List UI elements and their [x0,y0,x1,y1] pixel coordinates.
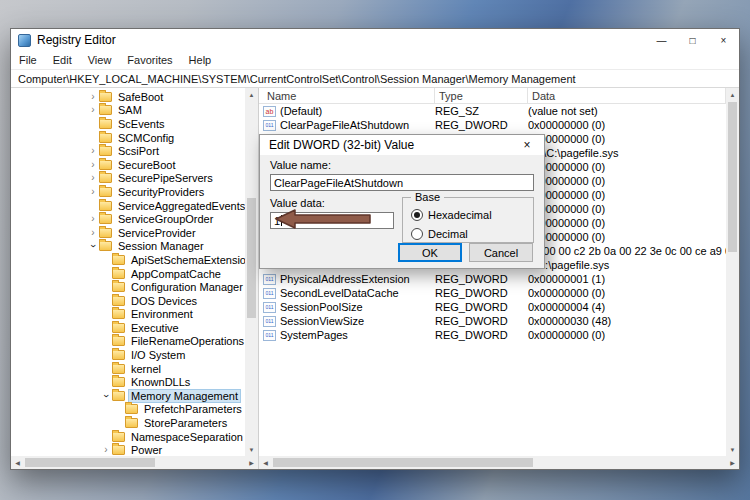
cancel-button[interactable]: Cancel [469,243,533,262]
scroll-down-icon[interactable]: ▼ [726,443,739,456]
tree-item-sam[interactable]: ›SAM [11,104,245,118]
tree-item-serviceaggregatedevents[interactable]: ServiceAggregatedEvents [11,199,245,213]
folder-icon [112,296,125,306]
tree-item-memory-management[interactable]: ›Memory Management [11,389,245,403]
tree-item-label: StoreParameters [142,417,229,429]
text-caret-icon [281,215,282,226]
close-button[interactable]: × [708,29,739,51]
ok-button[interactable]: OK [398,243,462,262]
tree-item-executive[interactable]: Executive [11,321,245,335]
value-row-systempages[interactable]: 011SystemPagesREG_DWORD0x00000000 (0) [259,328,726,342]
tree-item-securepipeservers[interactable]: ›SecurePipeServers [11,172,245,186]
chevron-right-icon[interactable]: › [87,187,99,197]
chevron-right-icon[interactable]: › [87,173,99,183]
column-header-data[interactable]: Data [528,88,726,103]
menu-edit[interactable]: Edit [45,54,80,66]
chevron-right-icon[interactable]: › [100,445,112,455]
tree-item-filerenameoperations[interactable]: FileRenameOperations [11,335,245,349]
menu-favorites[interactable]: Favorites [119,54,180,66]
tree-horizontal-scrollbar[interactable]: ◀ ▶ [11,456,258,469]
scroll-right-icon[interactable]: ▶ [726,456,739,469]
chevron-right-icon[interactable]: › [87,160,99,170]
tree-item-prefetchparameters[interactable]: PrefetchParameters [11,403,245,417]
value-name-input[interactable]: ClearPageFileAtShutdown [270,174,534,191]
tree-item-appcompatcache[interactable]: AppCompatCache [11,267,245,281]
address-bar[interactable]: Computer\HKEY_LOCAL_MACHINE\SYSTEM\Curre… [11,69,739,88]
list-vscroll-thumb[interactable] [728,102,737,252]
value-row-sessionpoolsize[interactable]: 011SessionPoolSizeREG_DWORD0x00000004 (4… [259,300,726,314]
value-row-sessionviewsize[interactable]: 011SessionViewSizeREG_DWORD0x00000030 (4… [259,314,726,328]
tree-vscroll-thumb[interactable] [247,198,256,318]
tree-item-scmconfig[interactable]: SCMConfig [11,131,245,145]
tree-item-safeboot[interactable]: ›SafeBoot [11,90,245,104]
value-row--default-[interactable]: ab(Default)REG_SZ(value not set) [259,104,726,118]
decimal-radio[interactable]: Decimal [411,227,525,241]
minimize-button[interactable]: — [646,29,677,51]
value-name-text: PhysicalAddressExtension [280,273,410,285]
tree-item-label: NamespaceSeparation [129,431,245,443]
tree-item-label: ScEvents [116,118,166,130]
tree-item-serviceprovider[interactable]: ›ServiceProvider [11,226,245,240]
menu-view[interactable]: View [80,54,120,66]
tree-item-label: ServiceAggregatedEvents [116,200,245,212]
tree-item-storeparameters[interactable]: StoreParameters [11,416,245,430]
tree-item-session-manager[interactable]: ›Session Manager [11,240,245,254]
tree-item-configuration-manager[interactable]: Configuration Manager [11,280,245,294]
value-row-physicaladdressextension[interactable]: 011PhysicalAddressExtensionREG_DWORD0x00… [259,272,726,286]
list-horizontal-scrollbar[interactable]: ◀ ▶ [259,456,739,469]
tree-panel: ›SafeBoot›SAMScEventsSCMConfig›ScsiPort›… [11,88,259,469]
value-row-clearpagefileatshutdown[interactable]: 011ClearPageFileAtShutdownREG_DWORD0x000… [259,118,726,132]
maximize-button[interactable]: □ [677,29,708,51]
tree-item-label: SecureBoot [116,159,177,171]
value-data-input[interactable]: 1 [270,212,394,229]
list-hscroll-thumb[interactable] [273,458,533,467]
scroll-left-icon[interactable]: ◀ [11,456,24,469]
tree-item-label: kernel [129,363,163,375]
tree-item-environment[interactable]: Environment [11,308,245,322]
value-row-secondleveldatacache[interactable]: 011SecondLevelDataCacheREG_DWORD0x000000… [259,286,726,300]
tree-item-kernel[interactable]: kernel [11,362,245,376]
tree-item-i-o-system[interactable]: I/O System [11,348,245,362]
close-icon: × [721,35,727,46]
tree-item-apisetschemaextensions[interactable]: ApiSetSchemaExtensions [11,253,245,267]
tree-vertical-scrollbar[interactable]: ▲ ▼ [245,88,258,456]
chevron-right-icon[interactable]: › [87,92,99,102]
value-data-cell: 0x00000000 (0) [528,119,726,131]
dialog-close-button[interactable]: × [510,135,544,155]
hexadecimal-radio[interactable]: Hexadecimal [411,208,525,222]
menu-file[interactable]: File [11,54,45,66]
tree-item-knowndlls[interactable]: KnownDLLs [11,375,245,389]
chevron-down-icon[interactable]: › [88,240,98,252]
tree-item-label: Environment [129,308,195,320]
column-header-type[interactable]: Type [435,88,528,103]
value-data-cell: 0x00000000 (0) [528,189,726,201]
chevron-down-icon[interactable]: › [101,390,111,402]
scroll-up-icon[interactable]: ▲ [245,88,258,101]
value-data-column: Value data: 1 [270,197,394,243]
tree-item-dos-devices[interactable]: DOS Devices [11,294,245,308]
tree-item-secureboot[interactable]: ›SecureBoot [11,158,245,172]
window-controls: — □ × [646,29,739,51]
scroll-left-icon[interactable]: ◀ [259,456,272,469]
folder-icon [112,377,125,387]
chevron-right-icon[interactable]: › [87,214,99,224]
tree-hscroll-thumb[interactable] [25,458,155,467]
scroll-down-icon[interactable]: ▼ [245,443,258,456]
folder-icon [99,119,112,129]
tree-item-securityproviders[interactable]: ›SecurityProviders [11,185,245,199]
chevron-right-icon[interactable]: › [87,105,99,115]
value-data-cell: 0x00000004 (4) [528,301,726,313]
tree-item-power[interactable]: ›Power [11,443,245,456]
value-type-cell: REG_DWORD [435,315,528,327]
tree-item-namespaceseparation[interactable]: NamespaceSeparation [11,430,245,444]
tree-item-scevents[interactable]: ScEvents [11,117,245,131]
chevron-right-icon[interactable]: › [87,146,99,156]
tree-item-servicegrouporder[interactable]: ›ServiceGroupOrder [11,212,245,226]
list-vertical-scrollbar[interactable]: ▲ ▼ [726,88,739,456]
tree-item-scsiport[interactable]: ›ScsiPort [11,144,245,158]
scroll-right-icon[interactable]: ▶ [245,456,258,469]
column-header-name[interactable]: Name [263,88,435,103]
menu-help[interactable]: Help [181,54,220,66]
scroll-up-icon[interactable]: ▲ [726,88,739,101]
chevron-right-icon[interactable]: › [87,228,99,238]
